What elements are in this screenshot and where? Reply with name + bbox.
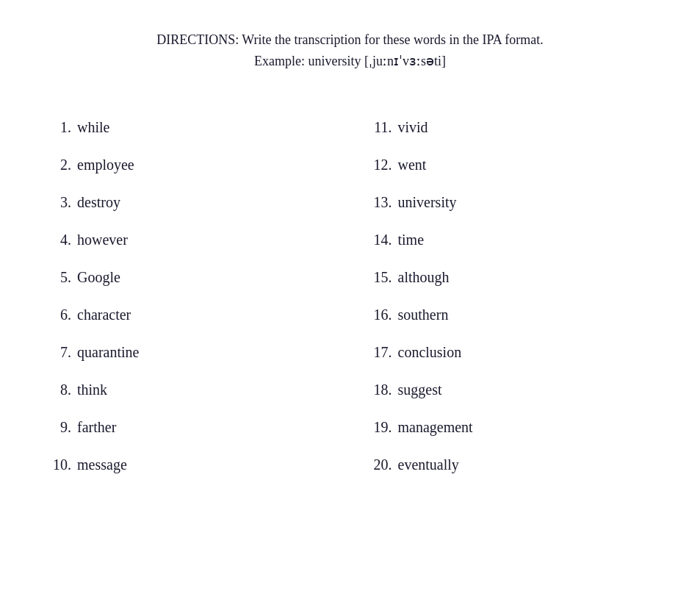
word-number: 20. (365, 456, 398, 473)
word-text: although (398, 269, 450, 286)
word-number: 15. (365, 269, 398, 286)
list-item: 19.management (350, 409, 657, 446)
word-number: 8. (44, 381, 77, 398)
list-item: 6.character (44, 296, 350, 334)
word-number: 12. (365, 157, 398, 173)
word-number: 7. (44, 344, 77, 361)
word-text: time (398, 232, 425, 248)
list-item: 16.southern (350, 296, 657, 334)
list-item: 3.destroy (44, 184, 350, 221)
word-number: 6. (44, 307, 77, 323)
list-item: 14.time (350, 221, 657, 259)
word-text: farther (77, 419, 116, 436)
word-text: university (398, 194, 457, 211)
word-text: conclusion (398, 344, 462, 361)
word-number: 18. (365, 381, 398, 398)
list-item: 17.conclusion (350, 334, 657, 371)
word-text: while (77, 119, 109, 136)
word-number: 17. (365, 344, 398, 361)
word-number: 14. (365, 232, 398, 248)
word-number: 19. (365, 419, 398, 436)
right-column: 11.vivid12.went13.university14.time15.al… (350, 109, 657, 484)
word-number: 2. (44, 157, 77, 173)
word-number: 9. (44, 419, 77, 436)
word-number: 3. (44, 194, 77, 211)
word-number: 10. (44, 456, 77, 473)
directions-text: DIRECTIONS: Write the transcription for … (44, 29, 656, 51)
word-text: management (398, 419, 473, 436)
list-item: 8.think (44, 371, 350, 409)
word-text: however (77, 232, 128, 248)
list-item: 11.vivid (350, 109, 657, 146)
word-text: destroy (77, 194, 120, 211)
list-item: 5.Google (44, 259, 350, 296)
word-text: character (77, 307, 131, 323)
word-number: 5. (44, 269, 77, 286)
list-item: 20.eventually (350, 446, 657, 484)
list-item: 15.although (350, 259, 657, 296)
list-item: 9.farther (44, 409, 350, 446)
word-text: suggest (398, 381, 442, 398)
list-item: 4.however (44, 221, 350, 259)
word-text: employee (77, 157, 134, 173)
words-container: 1.while2.employee3.destroy4.however5.Goo… (44, 109, 656, 484)
word-text: vivid (398, 119, 428, 136)
word-number: 16. (365, 307, 398, 323)
list-item: 12.went (350, 146, 657, 184)
word-text: quarantine (77, 344, 139, 361)
list-item: 1.while (44, 109, 350, 146)
word-text: eventually (398, 456, 459, 473)
word-text: went (398, 157, 427, 173)
header: DIRECTIONS: Write the transcription for … (44, 29, 656, 72)
word-number: 1. (44, 119, 77, 136)
list-item: 18.suggest (350, 371, 657, 409)
word-text: Google (77, 269, 120, 286)
word-text: message (77, 456, 127, 473)
left-column: 1.while2.employee3.destroy4.however5.Goo… (44, 109, 350, 484)
word-text: think (77, 381, 107, 398)
list-item: 10.message (44, 446, 350, 484)
list-item: 7.quarantine (44, 334, 350, 371)
word-number: 11. (365, 119, 398, 136)
word-number: 13. (365, 194, 398, 211)
list-item: 13.university (350, 184, 657, 221)
word-number: 4. (44, 232, 77, 248)
word-text: southern (398, 307, 449, 323)
list-item: 2.employee (44, 146, 350, 184)
example-text: Example: university [ˌjuːnɪˈvɜːsəti] (44, 51, 656, 72)
